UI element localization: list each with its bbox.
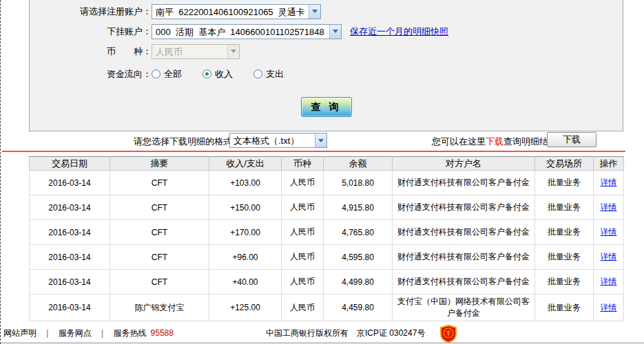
cell-date: 2016-03-14 <box>30 270 110 294</box>
cell-currency: 人民币 <box>282 294 324 321</box>
register-account-select[interactable]: 南平 6222001406100921065 灵通卡 <box>152 4 321 19</box>
cell-balance: 4,595.80 <box>324 245 393 270</box>
header-action: 操作 <box>594 157 624 171</box>
download-hint-prefix: 您可以在这里 <box>432 136 486 147</box>
download-format-select[interactable]: 文本格式（.txt） <box>229 133 327 148</box>
footer: 网站声明 ｜ 服务网点 ｜ 服务热线 95588 中国工商银行版权所有 京ICP… <box>1 323 644 343</box>
detail-link[interactable]: 详情 <box>601 202 617 212</box>
sub-account-value: 000 活期 基本户 1406600101102571848 <box>152 25 329 39</box>
cell-date: 2016-03-14 <box>30 294 110 321</box>
cell-balance: 4,459.80 <box>324 294 393 321</box>
radio-flow-income-label: 收入 <box>215 68 233 80</box>
cell-summary: 陈广锦支付宝 <box>110 294 209 321</box>
register-account-label: 请选择注册账户： <box>30 6 152 18</box>
download-text-link[interactable]: 下载 <box>486 136 503 147</box>
cell-venue: 批量业务 <box>535 195 594 220</box>
transactions-table: 交易日期 摘要 收入/支出 币种 余额 对方户名 交易场所 操作 2016-03… <box>29 156 624 321</box>
footer-link-statement[interactable]: 网站声明 <box>3 327 37 339</box>
page: 请选择注册账户： 南平 6222001406100921065 灵通卡 下挂账户… <box>0 0 644 344</box>
sub-account-row: 下挂账户： 000 活期 基本户 1406600101102571848 保存近… <box>30 23 623 39</box>
radio-flow-expense-label: 支出 <box>266 68 284 80</box>
download-button[interactable]: 下载 <box>547 132 596 147</box>
header-summary: 摘要 <box>110 157 209 171</box>
cell-venue: 批量业务 <box>535 245 594 270</box>
register-account-value: 南平 6222001406100921065 灵通卡 <box>152 5 309 19</box>
sub-account-select[interactable]: 000 活期 基本户 1406600101102571848 <box>152 24 342 39</box>
sub-account-label: 下挂账户： <box>30 25 152 38</box>
cell-amount: +103.00 <box>209 171 282 195</box>
cell-summary: CFT <box>110 171 209 195</box>
table-row: 2016-03-14 CFT +103.00 人民币 5,018.80 财付通支… <box>30 171 624 195</box>
download-format-label: 请您选择下载明细的格式 <box>134 136 232 148</box>
flow-radio-group: 全部 收入 支出 <box>152 68 304 80</box>
query-button-row: 查 询 <box>30 97 623 117</box>
radio-flow-income[interactable]: 收入 <box>202 68 233 80</box>
flow-row: 资金流向： 全部 收入 支出 <box>30 66 623 82</box>
chevron-down-icon <box>329 25 341 39</box>
cell-date: 2016-03-14 <box>30 220 110 245</box>
cell-venue: 批量业务 <box>535 294 594 321</box>
currency-row: 币 种： 人民币 <box>30 43 623 59</box>
cell-amount: +96.00 <box>209 245 282 270</box>
cell-amount: +170.00 <box>209 220 282 245</box>
cell-amount: +150.00 <box>209 195 282 220</box>
cell-venue: 批量业务 <box>535 171 594 195</box>
footer-link-branches[interactable]: 服务网点 <box>59 327 92 339</box>
cell-date: 2016-03-14 <box>30 171 110 195</box>
cell-balance: 4,915.80 <box>324 195 393 220</box>
cell-counterparty: 财付通支付科技有限公司客户备付金 <box>393 171 535 195</box>
cell-summary: CFT <box>110 245 209 270</box>
hotline-label: 服务热线 <box>114 327 147 339</box>
cell-counterparty: 财付通支付科技有限公司客户备付金 <box>393 270 535 294</box>
currency-value: 人民币 <box>152 45 227 58</box>
radio-icon <box>152 69 160 78</box>
radio-icon <box>253 69 262 78</box>
footer-links: 网站声明 ｜ 服务网点 ｜ 服务热线 95588 <box>3 327 174 339</box>
radio-flow-all-label: 全部 <box>164 68 182 80</box>
radio-flow-expense[interactable]: 支出 <box>253 68 284 80</box>
detail-link[interactable]: 详情 <box>601 227 617 237</box>
cell-summary: CFT <box>110 195 209 220</box>
cell-currency: 人民币 <box>282 270 324 294</box>
table-row: 2016-03-14 CFT +40.00 人民币 4,499.80 财付通支付… <box>30 270 624 294</box>
hotline-number: 95588 <box>151 328 174 338</box>
detail-link[interactable]: 详情 <box>601 252 617 261</box>
table-row: 2016-03-14 CFT +96.00 人民币 4,595.80 财付通支付… <box>30 245 624 270</box>
chevron-down-icon <box>227 45 239 58</box>
copyright-text: 中国工商银行版权所有 京ICP证 030247号 <box>266 327 425 339</box>
save-snapshot-link[interactable]: 保存近一个月的明细快照 <box>350 25 448 38</box>
header-date: 交易日期 <box>30 157 110 171</box>
download-bar: 请您选择下载明细的格式 文本格式（.txt） 您可以在这里下载查询明细结果 下载 <box>1 132 644 150</box>
query-form-panel: 请选择注册账户： 南平 6222001406100921065 灵通卡 下挂账户… <box>29 0 623 131</box>
footer-separator: ｜ <box>98 327 107 339</box>
cell-currency: 人民币 <box>282 245 324 270</box>
header-balance: 余额 <box>324 157 393 171</box>
cell-counterparty: 财付通支付科技有限公司客户备付金 <box>393 245 535 270</box>
cell-currency: 人民币 <box>282 171 324 195</box>
footer-separator: ｜ <box>43 327 52 339</box>
chevron-down-icon <box>315 133 326 147</box>
detail-link[interactable]: 详情 <box>601 178 617 187</box>
cell-currency: 人民币 <box>282 195 324 220</box>
download-hint: 您可以在这里下载查询明细结果 <box>432 136 557 148</box>
query-button[interactable]: 查 询 <box>301 97 352 117</box>
cell-counterparty: 财付通支付科技有限公司客户备付金 <box>393 220 535 245</box>
red-divider <box>2 151 625 152</box>
cell-venue: 批量业务 <box>535 220 594 245</box>
radio-flow-all[interactable]: 全部 <box>152 68 182 80</box>
chevron-down-icon <box>309 5 320 19</box>
detail-link[interactable]: 详情 <box>601 277 617 286</box>
header-venue: 交易场所 <box>535 157 594 171</box>
currency-select: 人民币 <box>152 44 240 59</box>
detail-link[interactable]: 详情 <box>601 303 617 312</box>
currency-label: 币 种： <box>30 45 152 58</box>
radio-checked-icon <box>202 69 211 78</box>
cell-balance: 5,018.80 <box>324 171 393 195</box>
flow-label: 资金流向： <box>30 68 152 80</box>
security-shield-icon <box>439 325 457 343</box>
cell-counterparty: 支付宝（中国）网络技术有限公司客户备付金 <box>393 294 535 321</box>
cell-date: 2016-03-14 <box>30 195 110 220</box>
cell-amount: +40.00 <box>209 270 282 294</box>
cell-currency: 人民币 <box>282 220 324 245</box>
cell-venue: 批量业务 <box>535 270 594 294</box>
